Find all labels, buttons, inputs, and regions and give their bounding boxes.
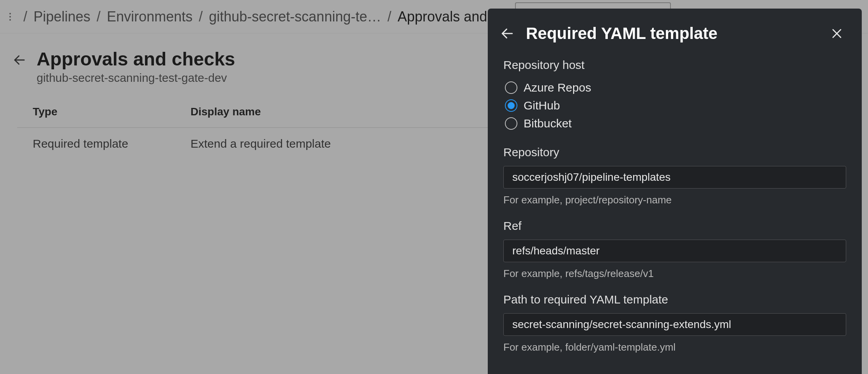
arrow-left-icon: [500, 26, 515, 41]
radio-bitbucket[interactable]: Bitbucket: [503, 115, 846, 132]
panel-close-button[interactable]: [827, 24, 846, 43]
repository-label: Repository: [503, 146, 846, 159]
ref-input[interactable]: [503, 240, 846, 262]
panel-body: Repository host Azure Repos GitHub Bitbu…: [488, 58, 862, 353]
radio-icon: [505, 81, 517, 94]
radio-label: Bitbucket: [524, 117, 572, 130]
path-label: Path to required YAML template: [503, 293, 846, 306]
ref-label: Ref: [503, 219, 846, 233]
ref-hint: For example, refs/tags/release/v1: [503, 268, 846, 280]
radio-label: Azure Repos: [524, 81, 591, 94]
path-hint: For example, folder/yaml-template.yml: [503, 341, 846, 353]
radio-label: GitHub: [524, 99, 560, 112]
repository-input[interactable]: [503, 166, 846, 189]
repository-hint: For example, project/repository-name: [503, 194, 846, 206]
radio-icon: [505, 117, 517, 130]
close-icon: [830, 27, 843, 40]
host-radio-group: Azure Repos GitHub Bitbucket: [503, 79, 846, 132]
path-input[interactable]: [503, 313, 846, 336]
panel-header: Required YAML template: [488, 9, 862, 57]
radio-github[interactable]: GitHub: [503, 97, 846, 115]
radio-azure-repos[interactable]: Azure Repos: [503, 79, 846, 97]
page-root: / Pipelines / Environments / github-secr…: [0, 0, 868, 374]
required-template-panel: Required YAML template Repository host A…: [488, 9, 862, 374]
host-label: Repository host: [503, 58, 846, 72]
panel-title: Required YAML template: [526, 24, 818, 43]
radio-icon: [505, 99, 517, 112]
panel-back-button[interactable]: [498, 24, 517, 43]
